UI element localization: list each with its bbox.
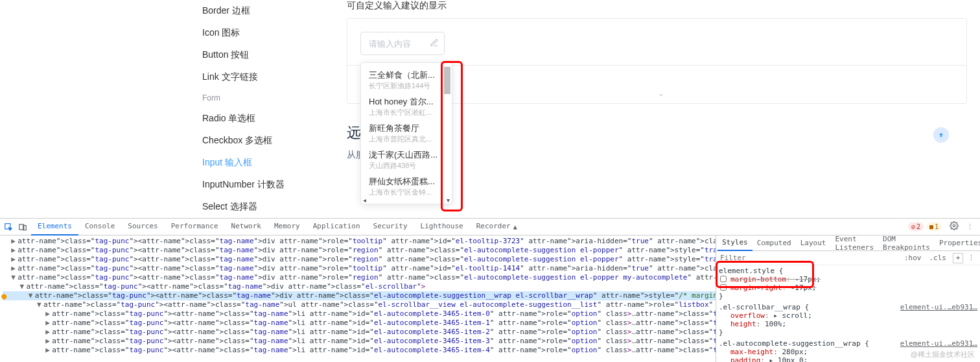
suggestion-address: 上海市普陀区真北... [369,134,444,144]
chevron-down-icon[interactable]: ⌄ [657,89,665,98]
sidebar-item[interactable]: Checkbox 多选框 [202,130,332,152]
scrollbar-thumb[interactable] [444,67,450,94]
recorder-badge-icon: ▲ [513,223,517,230]
element-node[interactable]: ▼attr-name">class="tag-punc"><attr-name"… [3,273,716,282]
more-icon[interactable]: ⋮ [966,223,974,231]
styles-tab[interactable]: Layout [796,235,831,251]
error-count[interactable]: ⊘ 2 [908,223,924,231]
property-toggle[interactable] [720,284,727,291]
sidebar-item[interactable]: Button 按钮 [202,44,332,66]
cls-toggle[interactable]: .cls [926,254,951,262]
suggestion-item[interactable]: 三全鲜食（北新...长宁区新渔路144号 [361,67,452,93]
suggestion-name: 泷千家(天山西路... [369,149,444,161]
devtools-tab-performance[interactable]: Performance [165,219,225,235]
element-node[interactable]: ▶attr-name">class="tag-punc"><attr-name"… [3,246,716,255]
sidebar-item[interactable]: Icon 图标 [202,22,332,44]
styles-tab[interactable]: Computed [752,235,796,251]
sidebar-group-form: Form [202,88,332,108]
suggestion-item[interactable]: 新旺角茶餐厅上海市普陀区真北... [361,120,452,147]
styles-tab[interactable]: Event Listeners [830,235,878,251]
suggestion-address: 上海市长宁区淞虹... [369,108,444,117]
suggestion-name: 胖仙女纸杯蛋糕... [369,176,444,187]
element-node[interactable]: ▶attr-name">class="tag-punc"><attr-name"… [3,319,716,328]
suggestion-scroll-wrap[interactable]: 三全鲜食（北新...长宁区新渔路144号Hot honey 首尔...上海市长宁… [361,63,452,204]
element-node[interactable]: ▼attr-name">class="tag-punc"><attr-name"… [3,282,716,291]
elements-tree[interactable]: ▶attr-name">class="tag-punc"><attr-name"… [0,235,716,362]
suggestion-item[interactable]: 泷千家(天山西路...天山西路438号 [361,147,452,173]
element-node[interactable]: ▶attr-name">class="tag-punc"><attr-name"… [3,255,716,264]
styles-pane: StylesComputedLayoutEvent ListenersDOM B… [716,235,980,362]
devtools-tab-console[interactable]: Console [78,219,121,235]
element-node[interactable]: ▶attr-name">class="tag-punc"><attr-name"… [3,337,716,346]
suggestion-item[interactable]: Hot honey 首尔...上海市长宁区淞虹... [361,93,452,120]
settings-icon[interactable] [950,221,959,232]
sidebar-item[interactable]: Border 边框 [202,0,332,22]
devtools-panel: ElementsConsoleSourcesPerformanceNetwork… [0,218,980,362]
element-node[interactable]: ▼attr-name">class="tag-punc"><attr-name"… [3,300,716,309]
element-node[interactable]: ▶attr-name">class="tag-punc"><attr-name"… [3,309,716,319]
more-styles-icon[interactable]: ⋮ [966,253,976,263]
devtools-tab-sources[interactable]: Sources [121,219,164,235]
styles-tab[interactable]: Properties [935,235,980,251]
svg-point-3 [953,224,955,227]
warning-count[interactable]: ■ 1 [926,223,942,231]
suggestion-address: 长宁区新渔路144号 [369,81,444,91]
styles-filter-row: :hov .cls + ⋮ [716,251,980,265]
element-node[interactable]: ▶attr-name">class="tag-punc"><attr-name"… [3,328,716,337]
suggestion-name: 新旺角茶餐厅 [369,123,444,134]
devtools-tabs: ElementsConsoleSourcesPerformanceNetwork… [0,219,980,235]
styles-filter-input[interactable] [720,254,900,262]
devtools-tab-memory[interactable]: Memory [268,219,307,235]
element-node[interactable]: ▶attr-name">class="tag-punc"><attr-name"… [3,346,716,355]
autocomplete-input-wrapper [360,32,445,55]
style-rule[interactable]: element-ui.…eb931….el-autocomplete-sugge… [719,339,977,362]
sidebar-item[interactable]: Select 选择器 [202,196,332,218]
styles-tab[interactable]: Styles [718,235,752,251]
sidebar: Border 边框Icon 图标Button 按钮Link 文字链接 Form … [202,0,332,218]
sidebar-item[interactable]: Radio 单选框 [202,108,332,130]
demo-box-autocomplete [347,18,967,69]
autocomplete-input[interactable] [369,32,425,54]
new-style-rule-icon[interactable]: + [953,253,963,263]
devtools-tab-security[interactable]: Security [367,219,414,235]
scroll-left-icon[interactable]: ◂ [363,197,366,204]
element-node[interactable]: ▶attr-name">class="tag-punc"><attr-name"… [3,264,716,273]
inspect-icon[interactable] [3,221,14,233]
styles-tab[interactable]: DOM Breakpoints [878,235,935,251]
section-title: 可自定义输入建议的显示 [347,0,967,12]
suggestion-item[interactable]: 胖仙女纸杯蛋糕...上海市长宁区金钟... [361,173,452,200]
device-toggle-icon[interactable] [17,221,29,233]
source-link[interactable]: element-ui.…eb931… [900,339,977,348]
style-rule[interactable]: element.style {margin-bottom: -17px;marg… [719,267,977,300]
autocomplete-suggestions: 三全鲜食（北新...长宁区新渔路144号Hot honey 首尔...上海市长宁… [360,62,452,204]
source-link[interactable]: element-ui.…eb931… [900,303,977,311]
suggestion-address: 天山西路438号 [369,161,444,171]
element-node[interactable]: ● ▼attr-name">class="tag-punc"><attr-nam… [3,291,716,300]
devtools-tab-recorder[interactable]: Recorder [470,219,517,235]
suggestion-name: 三全鲜食（北新... [369,69,444,81]
sidebar-item[interactable]: Link 文字链接 [202,66,332,88]
devtools-tab-elements[interactable]: Elements [31,219,78,235]
suggestion-address: 上海市长宁区金钟... [369,187,444,197]
element-node[interactable]: ▶attr-name">class="tag-punc"><attr-name"… [3,237,716,246]
devtools-tab-network[interactable]: Network [225,219,268,235]
edit-icon[interactable] [430,38,439,49]
sidebar-item[interactable]: Input 输入框 [202,152,332,174]
devtools-tab-application[interactable]: Application [307,219,367,235]
suggestion-name: Hot honey 首尔... [369,96,444,108]
scroll-down-icon[interactable]: ▾ [447,197,450,204]
hov-toggle[interactable]: :hov [900,254,926,262]
sidebar-item[interactable]: InputNumber 计数器 [202,174,332,196]
heading-remote: 远 [347,123,361,143]
devtools-tab-lighthouse[interactable]: Lighthouse [414,219,470,235]
style-rule[interactable]: element-ui.…eb931….el-scrollbar__wrap {o… [719,303,977,337]
property-toggle[interactable] [720,276,727,282]
scroll-top-button[interactable] [933,127,949,143]
